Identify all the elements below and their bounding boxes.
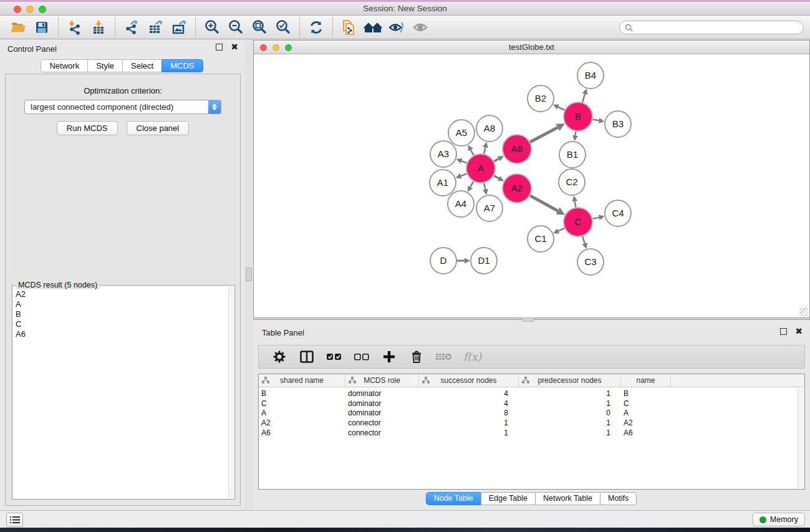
mcds-result-item[interactable]: A2 [13,289,228,299]
tab-network[interactable]: Network [41,59,88,72]
search-input[interactable] [636,23,798,32]
zoom-selected-button[interactable] [271,17,295,37]
table-row[interactable]: Bdominator41B [259,389,804,399]
network-window-titlebar[interactable]: testGlobe.txt [254,41,809,54]
tab-network-table[interactable]: Network Table [535,492,600,505]
mcds-result-item[interactable]: A [13,299,228,309]
table-settings-button[interactable] [269,347,290,366]
tab-select[interactable]: Select [122,59,162,72]
graph-edge-C-C2[interactable] [575,201,576,208]
graph-node-A3[interactable]: A3 [430,141,456,167]
graph-node-D[interactable]: D [430,248,456,274]
open-session-button[interactable] [6,17,30,37]
task-history-button[interactable] [6,513,23,527]
table-row[interactable]: A6connector11A6 [259,428,804,438]
delete-column-button[interactable] [406,347,427,366]
graph-edge-A-A1[interactable] [461,173,467,176]
graph-edge-B-B1[interactable] [576,132,576,136]
search-field[interactable] [619,21,804,34]
select-all-button[interactable] [324,347,345,366]
criterion-dropdown[interactable]: largest connected component (directed) [24,100,221,114]
import-network-button[interactable] [63,17,87,37]
graph-node-B3[interactable]: B3 [605,111,631,137]
graph-node-A8[interactable]: A8 [476,115,503,142]
table-row[interactable]: A2connector11A2 [259,418,804,428]
export-network-button[interactable] [120,17,143,37]
window-resize-grip[interactable] [799,307,808,316]
graph-edge-A-A4[interactable] [470,181,473,187]
close-panel-icon[interactable]: ✖ [231,44,238,51]
graph-edge-A6-B[interactable] [530,127,557,142]
graph-node-C3[interactable]: C3 [577,249,604,275]
export-table-button[interactable] [143,17,167,37]
graph-node-A1[interactable]: A1 [430,170,456,196]
graph-node-A4[interactable]: A4 [448,191,474,217]
mcds-result-item[interactable]: B [13,309,228,319]
delete-table-button[interactable] [433,347,455,366]
tab-motifs[interactable]: Motifs [600,492,637,505]
close-table-panel-icon[interactable]: ✖ [795,328,803,335]
unselect-all-button[interactable] [351,347,372,366]
run-mcds-button[interactable]: Run MCDS [57,121,118,135]
graph-node-B4[interactable]: B4 [577,62,604,89]
graph-node-C[interactable]: C [564,208,592,236]
function-builder-button[interactable]: f(x) [461,347,484,366]
zoom-in-button[interactable] [200,17,224,37]
export-image-button[interactable] [167,17,191,37]
tab-edge-table[interactable]: Edge Table [481,492,536,505]
network-graph[interactable]: B4B2BB3A8A5A6A3B1AA1C2A2A4A7C4CC1C3DD1 [254,54,809,317]
mcds-result-scrollbar[interactable] [228,286,234,498]
divider-grip[interactable] [246,268,252,281]
column-header-successor-nodes[interactable]: successor nodes [419,374,519,387]
add-column-button[interactable] [378,347,400,366]
column-header-name[interactable]: name [621,374,671,387]
graph-node-A5[interactable]: A5 [448,120,475,146]
graph-edge-B-B3[interactable] [593,119,599,120]
graph-node-B1[interactable]: B1 [559,142,586,168]
graph-edge-A-A8[interactable] [484,147,485,153]
zoom-out-button[interactable] [224,17,248,37]
column-header-predecessor-nodes[interactable]: predecessor nodes [519,374,621,387]
table-scrollbar[interactable] [798,388,804,488]
graph-node-B2[interactable]: B2 [528,85,554,112]
graph-edge-A-A3[interactable] [461,161,467,163]
graph-edge-C-C3[interactable] [582,236,585,244]
float-table-panel-icon[interactable] [780,328,787,335]
horizontal-divider-grip[interactable] [523,317,534,322]
graph-node-D1[interactable]: D1 [471,248,497,274]
show-all-button[interactable] [408,17,432,37]
tab-mcds[interactable]: MCDS [162,59,203,72]
graph-edge-C-C1[interactable] [558,228,564,231]
graph-node-B[interactable]: B [564,102,592,131]
graph-node-A[interactable]: A [466,154,495,183]
table-row[interactable]: Adominator80A [259,409,804,418]
mcds-result-item[interactable]: C [13,319,228,329]
column-header-shared-name[interactable]: shared name [259,374,345,387]
import-table-button[interactable] [87,17,110,37]
graph-edge-B-B2[interactable] [558,107,564,110]
graph-node-A2[interactable]: A2 [503,174,531,203]
graph-node-C2[interactable]: C2 [559,169,585,195]
graph-node-A7[interactable]: A7 [476,195,503,221]
network-canvas[interactable]: B4B2BB3A8A5A6A3B1AA1C2A2A4A7C4CC1C3DD1 [254,54,809,317]
graph-node-C1[interactable]: C1 [528,226,554,252]
save-session-button[interactable] [30,17,54,37]
graph-edge-C-C4[interactable] [592,218,599,219]
graph-node-C4[interactable]: C4 [605,200,631,226]
first-neighbors-button[interactable] [361,17,385,37]
graph-edge-B-B4[interactable] [582,94,585,102]
graph-node-A6[interactable]: A6 [503,135,531,163]
table-row[interactable]: Cdominator41C [259,399,804,409]
graph-edge-A-A2[interactable] [494,176,499,178]
mcds-result-item[interactable]: A6 [13,329,228,339]
graph-edge-A-A6[interactable] [494,159,499,162]
tab-style[interactable]: Style [87,59,123,72]
new-network-from-selection-button[interactable] [337,17,361,37]
float-panel-icon[interactable] [216,44,223,51]
graph-edge-A-A5[interactable] [471,150,474,155]
tab-node-table[interactable]: Node Table [426,492,481,505]
graph-edge-A-A7[interactable] [484,183,485,189]
panel-divider[interactable] [244,39,253,510]
show-column-button[interactable] [296,347,317,366]
zoom-fit-button[interactable] [248,17,271,37]
